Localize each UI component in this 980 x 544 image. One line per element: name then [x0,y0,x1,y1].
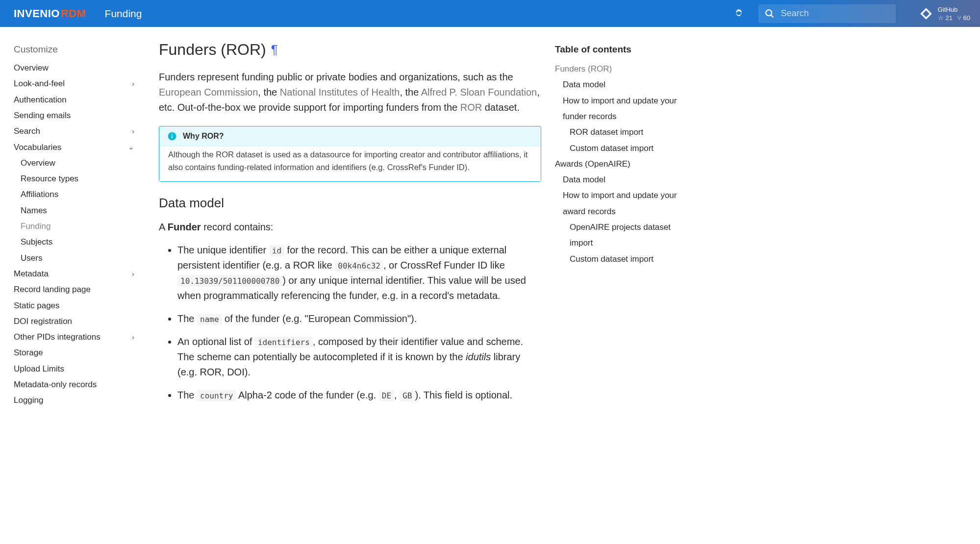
sidebar-item-overview[interactable]: Overview [14,155,134,171]
link-sloan[interactable]: Alfred P. Sloan Foundation [421,87,537,98]
toc-item-funders-ror-[interactable]: Funders (ROR) [555,61,681,77]
chevron-down-icon: ⌄ [128,140,134,154]
toc-item-awards-openaire-[interactable]: Awards (OpenAIRE) [555,156,681,172]
sidebar-item-label: Vocabularies [14,140,61,155]
sidebar-item-label: Record landing page [14,282,91,297]
sidebar-item-label: Metadata [14,266,49,282]
link-ror[interactable]: ROR [460,102,482,113]
admonition-body: Although the ROR dataset is used as a da… [159,146,541,181]
chevron-right-icon: › [132,267,134,281]
github-link[interactable]: GitHub ☆ 21 ⑂ 60 [919,6,970,22]
list-item: The country Alpha-2 code of the funder (… [177,388,541,403]
page-title: Funding [105,8,142,20]
sidebar-item-search[interactable]: Search› [14,124,134,139]
svg-rect-3 [172,135,173,138]
header: INVENIO RDM Funding GitHub ☆ 21 ⑂ 60 [0,0,980,27]
sidebar-item-label: Logging [14,393,44,408]
github-icon [919,7,933,21]
svg-point-4 [172,134,173,135]
sidebar-section-title: Customize [14,41,134,58]
toc-item-openaire-projects-dataset-import[interactable]: OpenAIRE projects dataset import [555,220,681,251]
sidebar-item-label: Search [14,124,40,139]
sidebar-item-affiliations[interactable]: Affiliations [14,187,134,202]
sidebar-item-label: Resource types [21,171,78,187]
sidebar-item-upload-limits[interactable]: Upload Limits [14,361,134,377]
toc-item-custom-dataset-import[interactable]: Custom dataset import [555,251,681,267]
sidebar-item-storage[interactable]: Storage [14,345,134,361]
list-item: The name of the funder (e.g. "European C… [177,311,541,326]
sidebar-item-label: Affiliations [21,187,58,202]
sidebar-item-label: Look-and-feel [14,76,65,92]
search-input[interactable] [781,8,890,19]
logo-rdm: RDM [61,7,86,20]
sidebar-item-label: Sending emails [14,108,71,124]
list-item: The unique identifier id for the record.… [177,243,541,303]
search-box[interactable] [758,4,896,23]
link-nih[interactable]: National Institutes of Health [280,87,400,98]
sidebar-item-label: Metadata-only records [14,377,97,393]
search-icon [764,8,775,19]
sidebar-item-metadata[interactable]: Metadata› [14,266,134,282]
logo[interactable]: INVENIO RDM [14,7,86,20]
sidebar-item-subjects[interactable]: Subjects [14,234,134,250]
sidebar-item-other-pids-integrations[interactable]: Other PIDs integrations› [14,329,134,345]
sidebar-item-logging[interactable]: Logging [14,393,134,408]
sidebar-item-label: Other PIDs integrations [14,329,101,345]
fork-stat: ⑂ 60 [957,14,970,22]
sidebar-item-funding[interactable]: Funding [14,219,134,234]
chevron-right-icon: › [132,77,134,91]
toc-item-how-to-import-and-update-your-award-records[interactable]: How to import and update your award reco… [555,188,681,220]
heading-funders-ror: Funders (ROR) ¶ [159,41,541,59]
sidebar-item-static-pages[interactable]: Static pages [14,298,134,314]
sidebar-item-label: Subjects [21,234,52,250]
sidebar: Customize OverviewLook-and-feel›Authenti… [0,27,142,430]
info-icon [167,131,177,141]
sidebar-item-label: Names [21,203,47,219]
table-of-contents: Table of contents Funders (ROR)Data mode… [549,27,691,430]
sidebar-item-label: Static pages [14,298,60,314]
chevron-right-icon: › [132,330,134,345]
github-label: GitHub [938,6,970,13]
heading-data-model: Data model [159,196,541,211]
sidebar-item-vocabularies[interactable]: Vocabularies⌄ [14,140,134,155]
toc-title: Table of contents [555,41,681,58]
sidebar-item-names[interactable]: Names [14,203,134,219]
svg-point-0 [766,10,772,16]
sidebar-item-label: Overview [21,155,55,171]
sidebar-item-label: Overview [14,60,49,76]
toc-item-data-model[interactable]: Data model [555,172,681,188]
sidebar-item-resource-types[interactable]: Resource types [14,171,134,187]
toc-item-how-to-import-and-update-your-funder-records[interactable]: How to import and update your funder rec… [555,93,681,125]
link-european-commission[interactable]: European Commission [159,87,258,98]
toc-item-data-model[interactable]: Data model [555,77,681,93]
sidebar-item-label: Funding [21,219,50,234]
permalink-icon[interactable]: ¶ [271,42,278,57]
sidebar-item-label: DOI registration [14,314,72,329]
sidebar-item-look-and-feel[interactable]: Look-and-feel› [14,76,134,92]
sidebar-item-sending-emails[interactable]: Sending emails [14,108,134,124]
sidebar-item-metadata-only-records[interactable]: Metadata-only records [14,377,134,393]
sidebar-item-overview[interactable]: Overview [14,60,134,76]
logo-invenio: INVENIO [14,7,60,20]
theme-toggle-icon[interactable] [733,8,745,20]
main-content: Funders (ROR) ¶ Funders represent fundin… [142,27,549,430]
svg-line-1 [771,15,774,17]
chevron-right-icon: › [132,124,134,139]
sidebar-item-label: Authentication [14,92,67,108]
intro-paragraph: Funders represent funding public or priv… [159,70,541,115]
funder-record-contains: A Funder record contains: [159,220,541,235]
info-admonition: Why ROR? Although the ROR dataset is use… [159,126,541,182]
toc-item-custom-dataset-import[interactable]: Custom dataset import [555,141,681,156]
sidebar-item-authentication[interactable]: Authentication [14,92,134,108]
star-stat: ☆ 21 [938,14,953,22]
sidebar-item-label: Users [21,250,42,266]
sidebar-item-users[interactable]: Users [14,250,134,266]
admonition-title: Why ROR? [159,126,541,146]
field-list: The unique identifier id for the record.… [159,243,541,403]
toc-item-ror-dataset-import[interactable]: ROR dataset import [555,124,681,140]
sidebar-item-record-landing-page[interactable]: Record landing page [14,282,134,297]
sidebar-item-label: Upload Limits [14,361,64,377]
sidebar-item-label: Storage [14,345,43,361]
list-item: An optional list of identifiers, compose… [177,334,541,380]
sidebar-item-doi-registration[interactable]: DOI registration [14,314,134,329]
